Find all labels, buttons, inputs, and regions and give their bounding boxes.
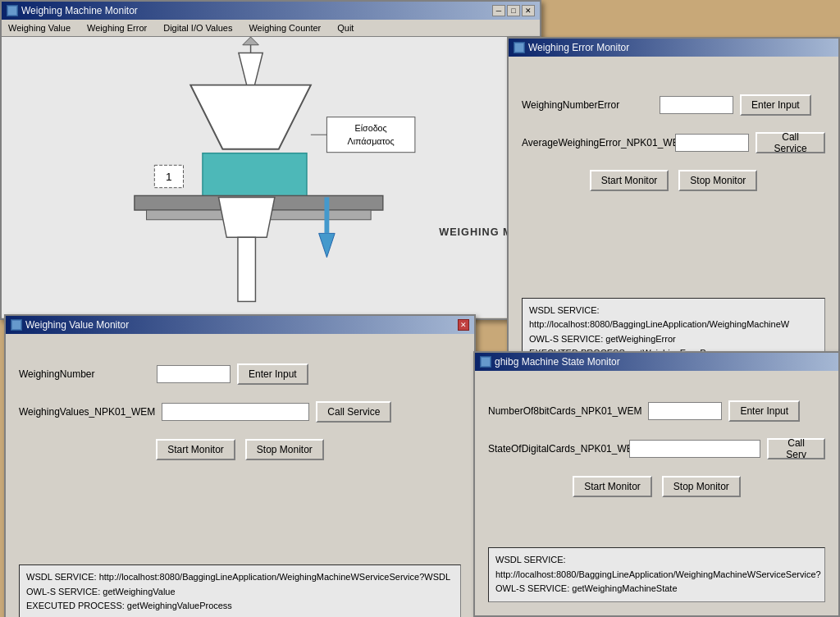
svg-rect-0 [8,7,16,15]
value-process: EXECUTED PROCESS: getWeighingValueProces… [26,599,454,614]
value-label-2: WeighingValues_NPK01_WEM [19,406,155,418]
enter-input-button-2[interactable]: Enter Input [237,363,308,385]
svg-rect-19 [515,43,523,52]
state-body: NumberOf8bitCards_NPK01_WEM Enter Input … [475,371,838,615]
state-icon [480,356,491,368]
svg-marker-4 [190,85,311,149]
error-owls: OWL-S SERVICE: getWeighingError [529,332,818,347]
menu-quit[interactable]: Quit [334,21,357,34]
svg-marker-3 [243,37,259,45]
call-service-button-3[interactable]: Call Serv [767,438,825,459]
stop-monitor-button-state[interactable]: Stop Monitor [662,476,741,497]
error-input-2[interactable] [675,134,749,152]
main-content: 1 Είσοδος Λιπάσματος WEIGHING MACHINE [2,37,540,318]
close-button[interactable]: ✕ [522,5,535,16]
value-close-button[interactable]: ✕ [458,319,469,331]
value-title: Weighing Value Monitor [25,319,129,331]
maximize-button[interactable]: □ [507,5,520,16]
enter-input-button-3[interactable]: Enter Input [728,400,800,422]
menu-weighing-counter[interactable]: Weighing Counter [245,21,324,34]
app-icon [7,5,18,16]
minimize-button[interactable]: ─ [492,5,505,16]
svg-marker-1 [239,53,262,85]
value-body: WeighingNumber Enter Input WeighingValue… [6,334,474,617]
start-monitor-button-value[interactable]: Start Monitor [156,439,235,460]
stop-monitor-button-value[interactable]: Stop Monitor [245,439,324,460]
state-button-row: Start Monitor Stop Monitor [488,476,825,497]
svg-rect-9 [238,237,255,301]
state-label-1: NumberOf8bitCards_NPK01_WEM [488,405,641,417]
error-title: Weighing Error Monitor [528,42,629,53]
state-owls: OWL-S SERVICE: getWeighingMachineState [495,582,818,596]
start-monitor-button-error[interactable]: Start Monitor [590,170,669,191]
error-label-2: AverageWeighingError_NPK01_WEM [522,137,669,149]
call-service-button-1[interactable]: Call Service [756,132,825,153]
value-input-1[interactable] [157,365,231,383]
error-body: WeighingNumberError Enter Input AverageW… [509,57,838,380]
error-icon [514,42,525,53]
value-info: WSDL SERVICE: http://localhost:8080/Bagg… [19,564,461,617]
state-titlebar: ghibg Machine State Monitor [475,353,838,371]
svg-rect-20 [12,321,21,329]
error-monitor-window: Weighing Error Monitor WeighingNumberErr… [507,37,840,382]
value-monitor-window: Weighing Value Monitor ✕ WeighingNumber … [4,314,476,617]
svg-rect-21 [482,358,490,366]
state-input-1[interactable] [648,402,722,420]
main-titlebar: Weighing Machine Monitor ─ □ ✕ [2,2,540,20]
svg-marker-8 [218,197,274,237]
error-wsdl: WSDL SERVICE: http://localhost:8080/Bagg… [529,304,818,332]
value-row-2: WeighingValues_NPK01_WEM Call Service [19,401,461,423]
svg-text:Είσοδος: Είσοδος [355,123,387,133]
state-label-2: StateOfDigitalCards_NPK01_WEM [488,443,623,455]
svg-rect-11 [324,197,329,233]
enter-input-button-1[interactable]: Enter Input [740,94,811,116]
error-row-2: AverageWeighingError_NPK01_WEM Call Serv… [522,132,825,153]
state-title: ghibg Machine State Monitor [495,356,620,368]
error-titlebar: Weighing Error Monitor [509,39,838,57]
stop-monitor-button-error[interactable]: Stop Monitor [678,170,757,191]
value-owls: OWL-S SERVICE: getWeighingValue [26,585,454,600]
menu-digital-io[interactable]: Digital I/O Values [160,21,235,34]
state-wsdl: WSDL SERVICE: http://localhost:8080/Bagg… [495,553,818,582]
error-row-1: WeighingNumberError Enter Input [522,94,825,116]
state-row-1: NumberOf8bitCards_NPK01_WEM Enter Input [488,400,825,422]
menu-weighing-error[interactable]: Weighing Error [84,21,150,34]
svg-rect-14 [326,117,414,153]
state-info: WSDL SERVICE: http://localhost:8080/Bagg… [488,547,825,602]
value-input-2[interactable] [162,403,309,421]
svg-text:1: 1 [166,171,172,183]
start-monitor-button-state[interactable]: Start Monitor [573,476,652,497]
value-wsdl: WSDL SERVICE: http://localhost:8080/Bagg… [26,570,454,585]
call-service-button-2[interactable]: Call Service [316,401,391,423]
error-label-1: WeighingNumberError [522,99,653,111]
svg-marker-10 [319,233,336,257]
value-label-1: WeighingNumber [19,368,150,380]
svg-text:Λιπάσματος: Λιπάσματος [348,136,395,146]
value-icon [11,319,22,331]
main-title: Weighing Machine Monitor [21,5,138,16]
main-window: Weighing Machine Monitor ─ □ ✕ Weighing … [0,0,541,320]
state-input-2[interactable] [629,440,760,458]
state-monitor-window: ghibg Machine State Monitor NumberOf8bit… [473,351,840,617]
value-button-row: Start Monitor Stop Monitor [19,439,461,460]
value-titlebar: Weighing Value Monitor ✕ [6,316,474,334]
menu-weighing-value[interactable]: Weighing Value [5,21,74,34]
value-row-1: WeighingNumber Enter Input [19,363,461,385]
menubar: Weighing Value Weighing Error Digital I/… [2,20,540,37]
machine-diagram: 1 Είσοδος Λιπάσματος WEIGHING MACHINE [2,37,540,318]
error-button-row: Start Monitor Stop Monitor [522,170,825,191]
svg-rect-5 [203,153,307,198]
error-input-1[interactable] [660,96,733,114]
state-row-2: StateOfDigitalCards_NPK01_WEM Call Serv [488,438,825,459]
